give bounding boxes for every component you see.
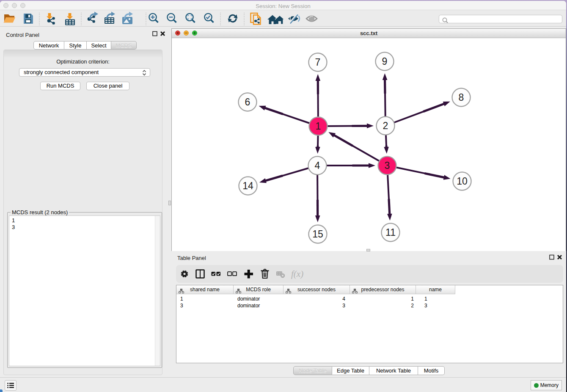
svg-text:8: 8: [459, 92, 464, 103]
svg-text:2: 2: [383, 120, 388, 131]
svg-text:4: 4: [315, 160, 320, 171]
svg-text:6: 6: [245, 97, 250, 108]
svg-text:3: 3: [385, 160, 390, 171]
svg-text:15: 15: [312, 229, 323, 240]
svg-text:9: 9: [382, 56, 388, 67]
svg-text:10: 10: [457, 176, 468, 187]
svg-text:1: 1: [316, 121, 321, 132]
svg-text:11: 11: [385, 227, 396, 238]
svg-text:7: 7: [315, 57, 321, 68]
svg-text:f(x): f(x): [291, 269, 303, 279]
svg-text:14: 14: [242, 180, 253, 191]
